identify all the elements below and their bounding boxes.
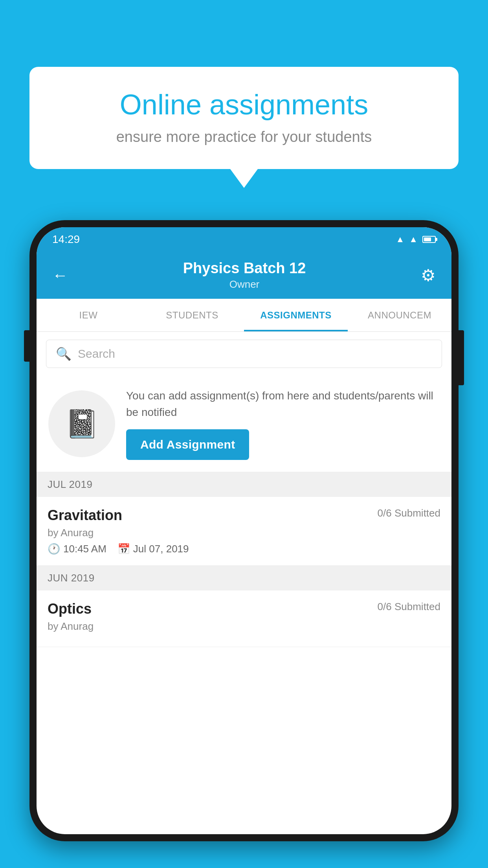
status-icons — [396, 234, 436, 245]
assignment-by-optics: by Anurag — [48, 620, 440, 633]
add-assignment-button[interactable]: Add Assignment — [126, 429, 249, 460]
gear-icon[interactable]: ⚙ — [421, 266, 436, 285]
tab-assignments[interactable]: ASSIGNMENTS — [244, 299, 348, 331]
tab-bar: IEW STUDENTS ASSIGNMENTS ANNOUNCEM — [37, 299, 451, 332]
section-jun-2019: JUN 2019 — [37, 566, 451, 590]
assignment-row-top: Gravitation 0/6 Submitted — [48, 507, 440, 524]
section-jul-2019: JUL 2019 — [37, 472, 451, 497]
calendar-icon: 📅 — [117, 543, 130, 555]
speech-bubble-title: Online assignments — [53, 88, 435, 121]
add-assignment-content: You can add assignment(s) from here and … — [126, 388, 440, 460]
notebook-icon: 📓 — [65, 408, 99, 440]
assignment-date-value: Jul 07, 2019 — [133, 543, 189, 555]
assignment-icon-circle: 📓 — [48, 390, 115, 457]
assignment-name-optics: Optics — [48, 601, 92, 617]
phone-outer: 14:29 ← Physics Batch 12 Owner ⚙ — [29, 220, 459, 841]
assignment-submitted-optics: 0/6 Submitted — [378, 601, 440, 613]
header-center: Physics Batch 12 Owner — [183, 260, 306, 291]
tab-students-label: STUDENTS — [166, 310, 218, 321]
back-button[interactable]: ← — [52, 267, 68, 284]
assignment-time-value: 10:45 AM — [63, 543, 106, 555]
assignment-time-gravitation: 🕐 10:45 AM — [48, 543, 106, 555]
speech-bubble-container: Online assignments ensure more practice … — [29, 67, 459, 169]
header-title: Physics Batch 12 — [183, 260, 306, 277]
battery-icon — [422, 236, 436, 243]
assignment-row-top-optics: Optics 0/6 Submitted — [48, 601, 440, 617]
tab-announcements-label: ANNOUNCEM — [368, 310, 431, 321]
assignment-meta-gravitation: 🕐 10:45 AM 📅 Jul 07, 2019 — [48, 543, 440, 555]
assignment-by-gravitation: by Anurag — [48, 527, 440, 539]
assignment-item-optics[interactable]: Optics 0/6 Submitted by Anurag — [37, 590, 451, 647]
tab-announcements[interactable]: ANNOUNCEM — [348, 299, 451, 331]
speech-bubble-subtitle: ensure more practice for your students — [53, 129, 435, 145]
assignment-date-gravitation: 📅 Jul 07, 2019 — [117, 543, 189, 555]
search-container: 🔍 Search — [37, 332, 451, 376]
phone-screen: 14:29 ← Physics Batch 12 Owner ⚙ — [37, 227, 451, 834]
phone-container: 14:29 ← Physics Batch 12 Owner ⚙ — [29, 220, 459, 868]
tab-iew-label: IEW — [79, 310, 98, 321]
signal-icon — [409, 234, 418, 245]
add-assignment-description: You can add assignment(s) from here and … — [126, 388, 440, 421]
add-assignment-card: 📓 You can add assignment(s) from here an… — [37, 376, 451, 472]
search-placeholder: Search — [78, 347, 115, 360]
app-header: ← Physics Batch 12 Owner ⚙ — [37, 252, 451, 299]
tab-iew[interactable]: IEW — [37, 299, 140, 331]
assignment-submitted-gravitation: 0/6 Submitted — [378, 507, 440, 519]
wifi-icon — [396, 234, 404, 245]
clock-icon: 🕐 — [48, 543, 60, 555]
assignment-name-gravitation: Gravitation — [48, 507, 122, 524]
tab-assignments-label: ASSIGNMENTS — [260, 310, 332, 321]
tab-students[interactable]: STUDENTS — [140, 299, 244, 331]
assignment-item-gravitation[interactable]: Gravitation 0/6 Submitted by Anurag 🕐 10… — [37, 497, 451, 566]
speech-bubble: Online assignments ensure more practice … — [29, 67, 459, 169]
status-bar: 14:29 — [37, 227, 451, 252]
status-time: 14:29 — [52, 233, 80, 246]
search-bar[interactable]: 🔍 Search — [46, 340, 442, 368]
header-subtitle: Owner — [183, 278, 306, 291]
section-jun-2019-label: JUN 2019 — [48, 572, 95, 584]
section-jul-2019-label: JUL 2019 — [48, 478, 92, 490]
search-icon: 🔍 — [56, 346, 72, 361]
